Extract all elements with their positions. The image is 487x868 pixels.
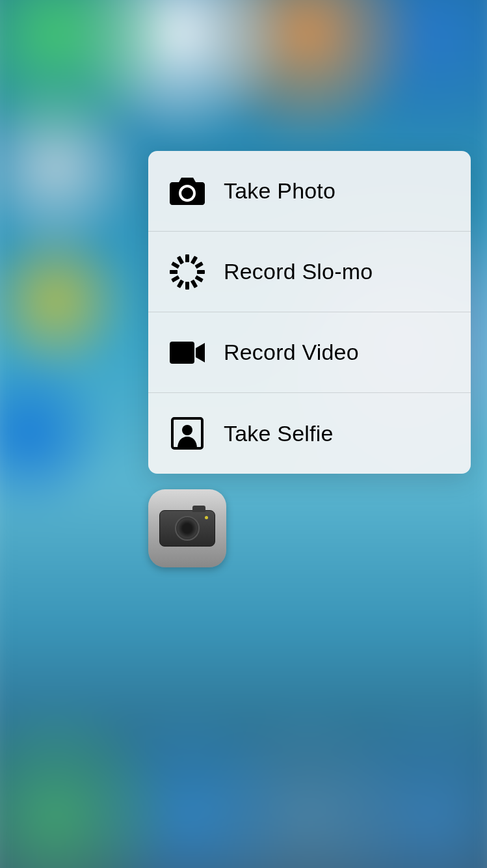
svg-rect-13 [170,342,194,364]
menu-item-record-video[interactable]: Record Video [148,312,471,393]
quick-action-menu: Take Photo [148,151,471,474]
svg-rect-2 [191,256,198,264]
svg-rect-12 [177,256,184,264]
svg-rect-7 [185,282,189,290]
svg-rect-6 [191,279,198,288]
svg-rect-8 [177,279,184,288]
selfie-icon [169,415,205,452]
svg-point-15 [182,425,192,435]
menu-item-record-slomo[interactable]: Record Slo-mo [148,232,471,312]
svg-rect-9 [171,275,179,282]
menu-item-label: Take Photo [224,178,336,204]
menu-item-take-selfie[interactable]: Take Selfie [148,393,471,474]
svg-rect-1 [185,254,189,262]
svg-rect-3 [194,261,203,268]
slomo-icon [169,254,205,290]
camera-body-graphic [159,510,215,547]
menu-item-label: Take Selfie [224,421,334,446]
svg-rect-10 [170,270,178,274]
menu-item-label: Record Slo-mo [224,259,373,284]
svg-rect-5 [194,275,203,282]
video-icon [169,334,205,371]
svg-rect-11 [171,261,179,268]
svg-rect-4 [197,270,205,274]
camera-icon [169,173,205,210]
camera-app-icon[interactable] [148,489,226,567]
menu-item-take-photo[interactable]: Take Photo [148,151,471,232]
menu-item-label: Record Video [224,340,359,365]
